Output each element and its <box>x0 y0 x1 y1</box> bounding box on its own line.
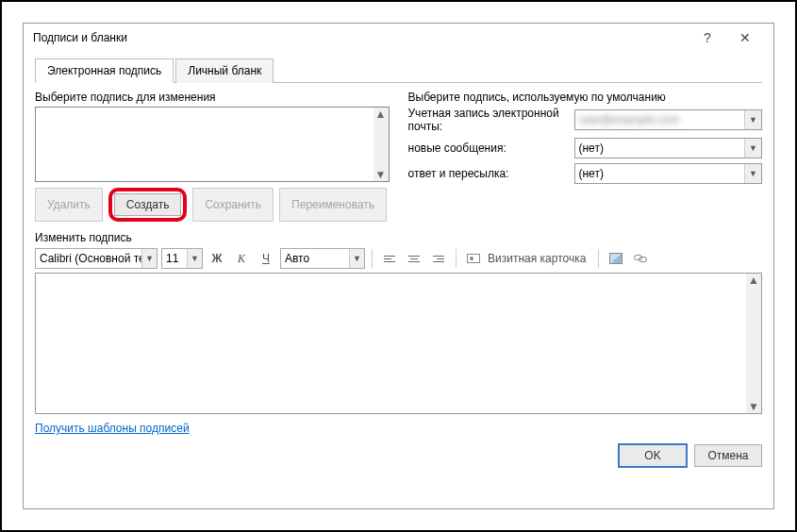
scrollbar[interactable]: ▲ ▼ <box>374 108 389 181</box>
select-signature-label: Выберите подпись для изменения <box>35 91 390 104</box>
separator <box>598 249 599 268</box>
tab-stationery[interactable]: Личный бланк <box>175 58 274 83</box>
reply-forward-label: ответ и пересылка: <box>408 167 569 180</box>
insert-link-button[interactable] <box>630 248 651 269</box>
scroll-up-icon[interactable]: ▲ <box>748 274 759 287</box>
delete-button[interactable]: Удалить <box>35 188 103 222</box>
help-button[interactable]: ? <box>689 30 726 45</box>
italic-button[interactable]: К <box>231 248 252 269</box>
chevron-down-icon: ▼ <box>744 110 761 129</box>
align-center-button[interactable] <box>404 248 424 269</box>
font-combo[interactable]: Calibri (Основной те ▼ <box>35 248 158 269</box>
dialog: Подписи и бланки ? ✕ Электронная подпись… <box>23 23 774 509</box>
align-right-button[interactable] <box>428 248 449 269</box>
chevron-down-icon: ▼ <box>744 139 761 158</box>
insert-picture-button[interactable] <box>606 248 626 269</box>
edit-signature-label: Изменить подпись <box>35 231 762 244</box>
ok-button[interactable]: OK <box>619 444 687 467</box>
bold-button[interactable]: Ж <box>207 248 227 269</box>
new-messages-label: новые сообщения: <box>408 141 569 155</box>
scroll-down-icon[interactable]: ▼ <box>375 168 387 181</box>
scroll-down-icon[interactable]: ▼ <box>748 400 759 413</box>
signature-listbox[interactable]: ▲ ▼ <box>35 107 390 182</box>
chevron-down-icon: ▼ <box>744 164 761 183</box>
titlebar: Подписи и бланки ? ✕ <box>24 24 773 52</box>
align-left-button[interactable] <box>379 248 400 269</box>
highlight-callout: Создать <box>108 188 188 222</box>
separator <box>372 249 373 268</box>
rename-button[interactable]: Переименовать <box>279 188 387 222</box>
signature-editor[interactable]: ▲ ▼ <box>35 273 762 414</box>
scrollbar[interactable]: ▲ ▼ <box>746 274 761 413</box>
scroll-up-icon[interactable]: ▲ <box>375 108 387 121</box>
cancel-button[interactable]: Отмена <box>694 444 762 467</box>
dialog-title: Подписи и бланки <box>33 31 689 44</box>
chevron-down-icon: ▼ <box>349 249 364 268</box>
size-combo[interactable]: 11 ▼ <box>161 248 203 269</box>
tab-strip: Электронная подпись Личный бланк <box>35 58 762 83</box>
chevron-down-icon: ▼ <box>187 249 202 268</box>
chevron-down-icon: ▼ <box>141 249 157 268</box>
reply-forward-combo[interactable]: (нет) ▼ <box>574 163 763 184</box>
color-combo[interactable]: Авто ▼ <box>280 248 365 269</box>
templates-link[interactable]: Получить шаблоны подписей <box>35 422 190 435</box>
tab-signature[interactable]: Электронная подпись <box>35 58 174 83</box>
close-button[interactable]: ✕ <box>726 30 764 45</box>
default-signature-label: Выберите подпись, используемую по умолча… <box>408 91 763 104</box>
business-card-icon[interactable] <box>463 248 484 269</box>
business-card-label[interactable]: Визитная карточка <box>488 252 591 265</box>
save-button[interactable]: Сохранить <box>192 188 274 222</box>
format-toolbar: Calibri (Основной те ▼ 11 ▼ Ж К Ч Авто ▼ <box>35 248 762 269</box>
create-button[interactable]: Создать <box>114 193 182 216</box>
account-combo[interactable]: user@example.com ▼ <box>574 109 763 130</box>
new-messages-combo[interactable]: (нет) ▼ <box>574 138 763 158</box>
separator <box>456 249 457 268</box>
account-label: Учетная запись электронной почты: <box>408 107 569 133</box>
underline-button[interactable]: Ч <box>256 248 276 269</box>
